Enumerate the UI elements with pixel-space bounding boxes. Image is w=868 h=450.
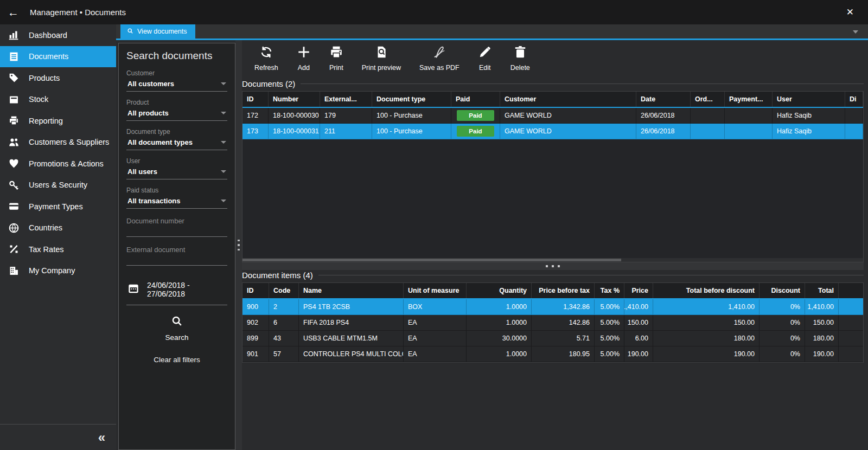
cell-total: 150.00 — [805, 315, 839, 330]
edit-button[interactable]: Edit — [469, 42, 501, 78]
collapse-sidebar-button[interactable]: « — [98, 431, 105, 444]
cell-total-before-discount: 1,410.00 — [653, 299, 760, 314]
back-arrow-icon[interactable]: ← — [8, 6, 19, 19]
column-header-discount[interactable]: Discount — [760, 283, 805, 298]
tabstrip-accent-line — [116, 38, 868, 40]
sidebar-item-products[interactable]: Products — [0, 67, 116, 89]
chevron-down-icon — [221, 170, 226, 173]
sidebar-item-users-security[interactable]: Users & Security — [0, 175, 116, 196]
sidebar-item-my-company[interactable]: My Company — [0, 260, 116, 282]
documents-table: IDNumberExternal...Document typePaidCust… — [242, 91, 864, 262]
cell-date: 26/06/2018 — [636, 108, 691, 123]
table-row[interactable]: 9002PS4 1TB 2CSBBOX1.00001,342.865.00%1,… — [242, 299, 863, 315]
column-header-external[interactable]: External... — [320, 92, 372, 107]
horizontal-splitter[interactable] — [242, 262, 864, 270]
filter-user-dropdown[interactable]: All users — [126, 168, 227, 179]
column-header-document-type[interactable]: Document type — [372, 92, 451, 107]
document-number-input[interactable]: Document number — [126, 216, 227, 237]
save-as-pdf-button[interactable]: Save as PDF — [410, 42, 469, 78]
sidebar-item-stock[interactable]: Stock — [0, 89, 116, 111]
column-header-payment[interactable]: Payment... — [725, 92, 773, 107]
column-header-ord[interactable]: Ord... — [691, 92, 725, 107]
column-header-name[interactable]: Name — [299, 283, 404, 298]
column-header-code[interactable]: Code — [269, 283, 299, 298]
sidebar-item-promotions-actions[interactable]: Promotions & Actions — [0, 153, 116, 175]
column-header-price[interactable]: Price — [624, 283, 653, 298]
column-header-price-before-tax[interactable]: Price before tax — [532, 283, 595, 298]
column-header-total-before-discount[interactable]: Total before discount — [653, 283, 760, 298]
sidebar-item-dashboard[interactable]: Dashboard — [0, 24, 116, 46]
table-row[interactable]: 9026FIFA 2018 PS4EA1.0000142.865.00%150.… — [242, 315, 863, 331]
cell-price: 6.00 — [624, 331, 653, 346]
refresh-button[interactable]: Refresh — [245, 42, 288, 78]
cell-id: 899 — [242, 331, 269, 346]
sidebar-item-label: Countries — [29, 223, 62, 232]
print-button[interactable]: Print — [320, 42, 353, 78]
delete-button[interactable]: Delete — [501, 42, 539, 78]
cell-document-type: 100 - Purchase — [372, 124, 451, 139]
cell-tax: 5.00% — [595, 346, 624, 362]
column-header-date[interactable]: Date — [636, 92, 691, 107]
close-icon[interactable]: ✕ — [846, 7, 854, 18]
column-header-customer[interactable]: Customer — [500, 92, 636, 107]
horizontal-scrollbar[interactable] — [242, 258, 863, 262]
sidebar-item-reporting[interactable]: Reporting — [0, 110, 116, 132]
cell-total: 180.00 — [805, 331, 839, 346]
table-row[interactable]: 89943USB3 CABLE MTM1.5MEA30.00005.715.00… — [242, 331, 863, 346]
filter-paid-status-dropdown[interactable]: All transactions — [126, 197, 227, 209]
cell-paid: Paid — [451, 108, 500, 123]
column-header-id[interactable]: ID — [242, 283, 269, 298]
clear-all-filters-link[interactable]: Clear all filters — [126, 356, 227, 364]
sidebar-item-countries[interactable]: Countries — [0, 217, 116, 239]
column-header-user[interactable]: User — [773, 92, 845, 107]
sidebar-item-label: Reporting — [29, 117, 63, 125]
cell-total-before-discount: 150.00 — [653, 315, 760, 330]
filter-user: UserAll users — [126, 157, 227, 179]
column-header-di[interactable]: Di — [845, 92, 863, 107]
column-header-total[interactable]: Total — [805, 283, 839, 298]
cell-user: Hafiz Saqib — [773, 124, 845, 139]
vertical-splitter[interactable] — [235, 40, 242, 450]
column-header-unit-of-measure[interactable]: Unit of measure — [404, 283, 467, 298]
column-header-paid[interactable]: Paid — [451, 92, 500, 107]
sidebar-item-label: My Company — [29, 266, 75, 275]
date-range-picker[interactable]: 24/06/2018 - 27/06/2018 — [126, 277, 227, 305]
column-header-id[interactable]: ID — [242, 92, 269, 107]
toolbar-button-label: Save as PDF — [419, 64, 459, 72]
calendar-icon — [127, 282, 139, 297]
documents-section-title: Documents (2) — [242, 79, 864, 88]
filter-product-dropdown[interactable]: All products — [126, 109, 227, 121]
column-header-tax[interactable]: Tax % — [595, 283, 624, 298]
table-row[interactable]: 90157CONTROLLER PS4 MULTI COLOUREA1.0000… — [242, 346, 863, 362]
cell-quantity: 1.0000 — [467, 346, 532, 362]
cell-di — [845, 124, 863, 139]
sidebar-item-payment-types[interactable]: Payment Types — [0, 196, 116, 217]
filter-document-type-dropdown[interactable]: All document types — [126, 138, 227, 150]
add-button[interactable]: Add — [288, 42, 320, 78]
column-header-number[interactable]: Number — [269, 92, 320, 107]
sidebar-item-customers-suppliers[interactable]: Customers & Suppliers — [0, 132, 116, 153]
customers-icon — [7, 136, 20, 149]
toolbar: RefreshAddPrintPrint previewSave as PDFE… — [245, 42, 864, 78]
search-button[interactable]: Search — [126, 315, 227, 342]
dropdown-value: All transactions — [126, 197, 221, 205]
document-items-table: IDCodeNameUnit of measureQuantityPrice b… — [242, 282, 864, 363]
sidebar: DashboardDocumentsProductsStockReporting… — [0, 24, 116, 450]
save-pdf-icon — [432, 42, 446, 62]
toolbar-button-label: Add — [298, 64, 310, 72]
cell-code: 2 — [269, 299, 299, 314]
search-panel-title: Search documents — [126, 50, 227, 62]
table-row[interactable]: 17318-100-000031211100 - PurchasePaidGAM… — [242, 124, 863, 139]
sidebar-item-documents[interactable]: Documents — [0, 46, 116, 68]
tab-view-documents[interactable]: View documents — [120, 24, 195, 38]
tab-list-dropdown-icon[interactable] — [853, 30, 858, 34]
print-preview-button[interactable]: Print preview — [353, 42, 410, 78]
table-row[interactable]: 17218-100-000030179100 - PurchasePaidGAM… — [242, 108, 863, 124]
promotions-icon — [7, 157, 20, 170]
cell-total-before-discount: 190.00 — [653, 346, 760, 362]
scrollbar-thumb[interactable] — [242, 259, 621, 261]
filter-customer-dropdown[interactable]: All customers — [126, 80, 227, 92]
sidebar-item-tax-rates[interactable]: Tax Rates — [0, 239, 116, 260]
external-document-input[interactable]: External document — [126, 245, 227, 266]
column-header-quantity[interactable]: Quantity — [467, 283, 532, 298]
